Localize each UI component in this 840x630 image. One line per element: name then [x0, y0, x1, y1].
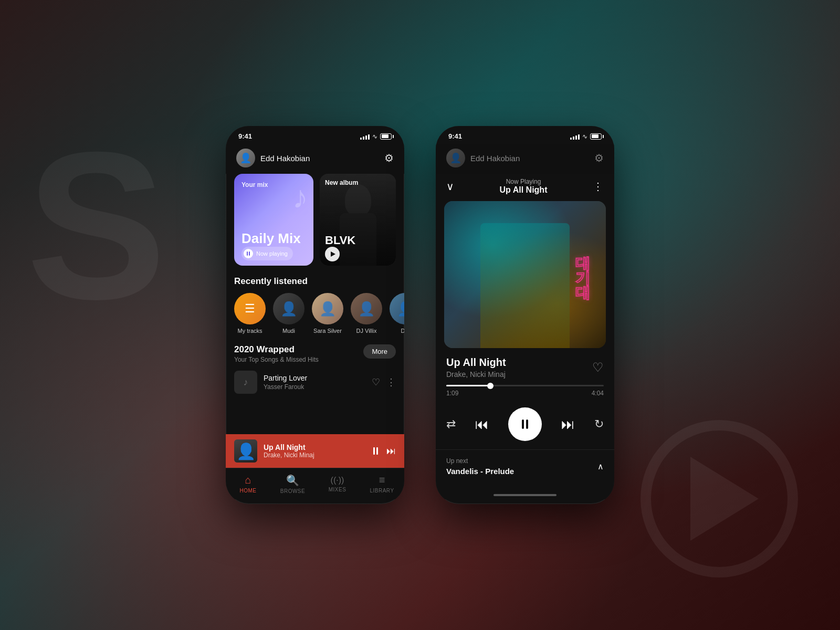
artist-item-d[interactable]: 👤 D... — [390, 293, 404, 334]
mini-pause-bar1 — [373, 447, 375, 455]
daily-mix-title: Daily Mix — [242, 230, 301, 247]
phone2-content: 👤 Edd Hakobian ⚙ ∨ Now Playing Up All Ni… — [436, 144, 614, 499]
music-note-icon: ♪ — [292, 179, 308, 215]
app-header-1: 👤 Edd Hakobian ⚙ — [226, 144, 404, 174]
mixes-label: MIXES — [329, 487, 346, 492]
nav-item-browse[interactable]: 🔍 BROWSE — [270, 468, 315, 499]
sara-face: 👤 — [312, 293, 343, 324]
signal-bars-1 — [360, 133, 370, 140]
new-album-card[interactable]: New album BLVK — [320, 174, 396, 266]
artist-item-mytracks[interactable]: ☰ My tracks — [234, 293, 266, 334]
signal-bars-2 — [570, 133, 580, 140]
song-artist-1: Yasser Farouk — [264, 383, 365, 391]
cards-row: Your mix ♪ Daily Mix Now playing — [226, 174, 404, 274]
recently-listened-title: Recently listened — [226, 274, 404, 293]
chevron-down-button[interactable]: ∨ — [446, 180, 454, 193]
repeat-button[interactable]: ↻ — [594, 417, 604, 431]
artist-item-djvillix[interactable]: 👤 DJ Villix — [351, 293, 382, 334]
wrapped-info: 2020 Wrapped Your Top Songs & Missed Hit… — [234, 344, 319, 363]
more-dots-1[interactable]: ⋮ — [386, 376, 396, 388]
now-playing-badge: Now playing — [242, 247, 293, 260]
app-header-2: 👤 Edd Hakobian ⚙ — [436, 144, 614, 174]
song-actions-1: ♡ ⋮ — [372, 376, 396, 388]
shuffle-button[interactable]: ⇄ — [446, 417, 456, 431]
signal-bar-1 — [360, 138, 362, 140]
user-name-1: Edd Hakobian — [260, 154, 310, 163]
wifi-icon-1: ∿ — [372, 133, 377, 140]
user-name-2: Edd Hakobian — [470, 154, 520, 163]
djvillix-face: 👤 — [351, 293, 382, 324]
mini-player[interactable]: 👤 Up All Night Drake, Nicki Minaj ⏭ — [226, 434, 404, 468]
library-icon: ≡ — [379, 474, 385, 486]
next-button[interactable]: ⏭ — [561, 416, 575, 433]
settings-button-2[interactable]: ⚙ — [594, 152, 604, 164]
phones-container: 9:41 ∿ 👤 — [0, 0, 840, 630]
pause-bars-main — [522, 419, 528, 429]
artist-avatar-sara: 👤 — [312, 293, 343, 324]
signal-bar-2-3 — [575, 135, 577, 140]
prev-button[interactable]: ⏮ — [475, 416, 489, 433]
mini-pause-button[interactable] — [373, 447, 378, 455]
song-item-1[interactable]: ♪ Parting Lover Yasser Farouk ♡ ⋮ — [226, 365, 404, 399]
progress-thumb — [487, 383, 494, 389]
total-time: 4:04 — [592, 390, 604, 397]
wifi-icon-2: ∿ — [582, 133, 587, 140]
song-detail-artist: Drake, Nicki Minaj — [446, 370, 506, 379]
nav-item-mixes[interactable]: ((·)) MIXES — [315, 468, 360, 499]
status-icons-1: ∿ — [360, 133, 392, 140]
artist-avatar-d: 👤 — [390, 293, 404, 324]
album-title: BLVK — [325, 234, 355, 247]
phone1-content: 👤 Edd Hakobian ⚙ Your mix ♪ Daily Mix — [226, 144, 404, 499]
mudi-face: 👤 — [273, 293, 304, 324]
chevron-up-button[interactable]: ∧ — [597, 461, 604, 471]
options-button[interactable]: ⋮ — [593, 180, 604, 193]
artist-item-sara[interactable]: 👤 Sara Silver — [312, 293, 343, 334]
home-label: HOME — [240, 488, 257, 494]
song-detail-info: Up All Night Drake, Nicki Minaj — [446, 356, 506, 379]
pause-bar-s2 — [249, 251, 250, 256]
artist-item-mudi[interactable]: 👤 Mudi — [273, 293, 304, 334]
up-next-row: Up next Vandelis - Prelude ∧ — [446, 457, 604, 476]
avatar-2: 👤 — [446, 149, 465, 167]
now-playing-header-info: Now Playing Up All Night — [500, 178, 548, 195]
artist-name-mytracks: My tracks — [237, 328, 262, 334]
playback-controls: ⇄ ⏮ ⏭ ↻ — [436, 401, 614, 449]
neon-text: 대기대 — [575, 245, 590, 289]
time-row: 1:09 4:04 — [446, 390, 604, 397]
progress-fill — [446, 385, 490, 386]
phone-now-playing: 9:41 ∿ 👤 — [436, 126, 614, 504]
progress-bar[interactable] — [446, 385, 604, 386]
album-play-button[interactable] — [325, 247, 340, 261]
album-person-shape — [480, 223, 569, 348]
mini-artist: Drake, Nicki Minaj — [264, 452, 367, 459]
d-face: 👤 — [390, 293, 404, 324]
nav-item-home[interactable]: ⌂ HOME — [226, 468, 270, 499]
artist-avatar-mytracks: ☰ — [234, 293, 266, 324]
np-header-title: Up All Night — [500, 185, 548, 195]
signal-bar-2-2 — [573, 136, 574, 140]
current-time: 1:09 — [446, 390, 458, 397]
signal-bar-4 — [368, 134, 370, 140]
daily-mix-card[interactable]: Your mix ♪ Daily Mix Now playing — [234, 174, 313, 266]
heart-button[interactable]: ♡ — [592, 360, 604, 375]
more-button[interactable]: More — [363, 344, 396, 359]
mini-info: Up All Night Drake, Nicki Minaj — [264, 443, 367, 459]
up-next-section: Up next Vandelis - Prelude ∧ — [436, 449, 614, 476]
mini-forward-button[interactable]: ⏭ — [386, 446, 396, 457]
now-playing-header: ∨ Now Playing Up All Night ⋮ — [436, 174, 614, 201]
artist-name-d: D... — [401, 328, 404, 334]
up-next-label: Up next — [446, 457, 514, 465]
mini-thumb-art: 👤 — [234, 439, 257, 463]
library-label: LIBRARY — [370, 488, 394, 494]
pause-bar-main-1 — [522, 419, 524, 429]
np-label: Now Playing — [500, 178, 548, 185]
pause-bar-s1 — [247, 251, 248, 256]
battery-fill-1 — [382, 134, 389, 138]
play-pause-button[interactable] — [508, 407, 542, 441]
settings-button-1[interactable]: ⚙ — [384, 152, 394, 164]
avatar-1: 👤 — [236, 149, 255, 167]
nav-item-library[interactable]: ≡ LIBRARY — [360, 468, 404, 499]
heart-icon-1[interactable]: ♡ — [372, 376, 380, 388]
wrapped-title: 2020 Wrapped — [234, 344, 319, 355]
mini-thumb: 👤 — [234, 439, 257, 463]
